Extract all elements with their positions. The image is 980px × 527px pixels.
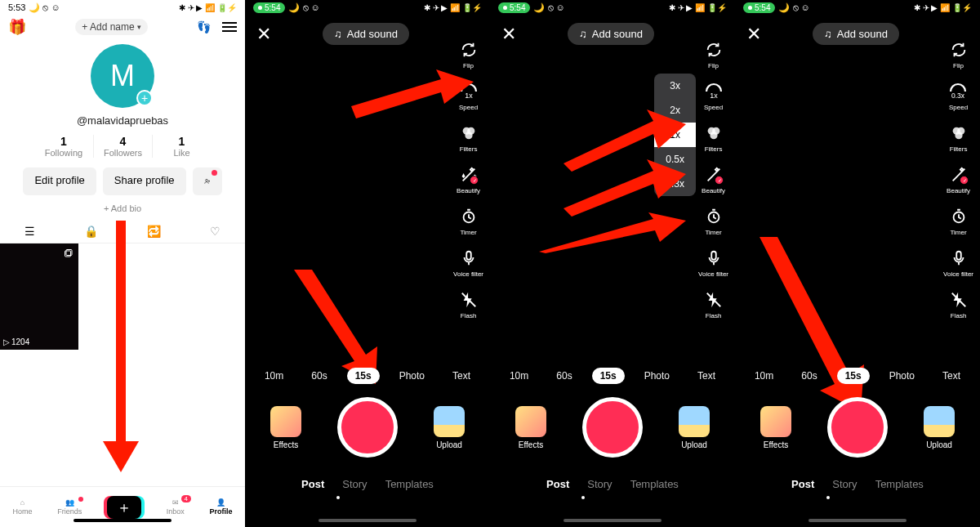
tab-locked-icon[interactable]: 🔒	[84, 225, 98, 238]
dur-text[interactable]: Text	[689, 368, 724, 384]
dur-10m[interactable]: 10m	[746, 368, 782, 384]
tab-inbox[interactable]: ✉ 4 Inbox	[167, 498, 185, 516]
dur-15s[interactable]: 15s	[592, 368, 625, 384]
avatar-add-icon[interactable]: +	[136, 90, 153, 106]
tab-feed-icon[interactable]: ☰	[24, 225, 35, 238]
duration-selector[interactable]: 10m 60s 15s Photo Text	[490, 368, 735, 384]
dur-text[interactable]: Text	[444, 368, 479, 384]
edit-profile-button[interactable]: Edit profile	[23, 167, 96, 195]
tool-flip[interactable]: Flip	[703, 39, 724, 69]
add-sound-button[interactable]: ♫ Add sound	[323, 23, 409, 45]
speed-03x[interactable]: 0.3x	[654, 172, 696, 196]
mode-templates[interactable]: Templates	[385, 478, 434, 490]
speed-3x[interactable]: 3x	[654, 74, 696, 98]
effects-button[interactable]: Effects	[270, 406, 301, 449]
mode-post[interactable]: Post	[791, 478, 814, 490]
add-sound-button[interactable]: ♫Add sound	[813, 23, 899, 45]
tool-flash[interactable]: Flash	[703, 289, 724, 319]
mode-story[interactable]: Story	[342, 478, 367, 490]
record-button[interactable]	[582, 397, 643, 458]
video-views: ▷ 1204	[3, 337, 29, 346]
create-button[interactable]: ＋	[107, 496, 141, 519]
add-sound-button[interactable]: ♫Add sound	[568, 23, 654, 45]
upload-button[interactable]: Upload	[924, 406, 955, 449]
mode-post[interactable]: Post	[301, 478, 324, 490]
tool-filters[interactable]: Filters	[458, 123, 479, 153]
record-button[interactable]	[337, 397, 398, 458]
svg-rect-19	[711, 252, 716, 260]
add-bio-button[interactable]: + Add bio	[0, 203, 245, 213]
dur-photo[interactable]: Photo	[881, 368, 923, 384]
tool-flash[interactable]: Flash	[458, 289, 479, 319]
tool-timer[interactable]: Timer	[458, 206, 479, 236]
tool-timer[interactable]: Timer	[948, 206, 969, 236]
mode-templates[interactable]: Templates	[630, 478, 679, 490]
dur-photo[interactable]: Photo	[636, 368, 678, 384]
tab-liked-icon[interactable]: ♡	[210, 225, 220, 238]
avatar[interactable]: M +	[91, 44, 154, 108]
dur-10m[interactable]: 10m	[501, 368, 537, 384]
tool-timer[interactable]: Timer	[703, 206, 724, 236]
mode-post[interactable]: Post	[546, 478, 569, 490]
username[interactable]: @malavidapruebas	[77, 114, 168, 127]
upload-button[interactable]: Upload	[679, 406, 710, 449]
mode-story[interactable]: Story	[587, 478, 612, 490]
dur-60s[interactable]: 60s	[793, 368, 825, 384]
close-button[interactable]: ✕	[256, 24, 271, 45]
menu-icon[interactable]	[222, 22, 237, 32]
footsteps-icon[interactable]: 👣	[197, 20, 211, 33]
tab-repost-icon[interactable]: 🔁	[147, 225, 161, 238]
video-thumbnail[interactable]: ▷ 1204	[0, 243, 78, 350]
duration-selector[interactable]: 10m 60s 15s Photo Text	[245, 368, 490, 384]
add-name-button[interactable]: + Add name ▾	[75, 19, 147, 35]
speed-05x[interactable]: 0.5x	[654, 147, 696, 172]
dur-15s[interactable]: 15s	[347, 368, 380, 384]
mode-story[interactable]: Story	[832, 478, 857, 490]
stat-likes[interactable]: 1 Like	[152, 135, 211, 158]
dur-15s[interactable]: 15s	[837, 368, 870, 384]
tab-home[interactable]: ⌂ Home	[12, 498, 32, 516]
tool-flip[interactable]: Flip	[458, 39, 479, 69]
mode-selector[interactable]: Post Story Templates	[490, 478, 735, 490]
tool-beautify[interactable]: Beautify	[702, 164, 725, 194]
mode-templates[interactable]: Templates	[875, 478, 924, 490]
mode-selector[interactable]: Post Story Templates	[735, 478, 980, 490]
duration-selector[interactable]: 10m 60s 15s Photo Text	[735, 368, 980, 384]
add-friends-button[interactable]	[193, 167, 222, 195]
dur-10m[interactable]: 10m	[256, 368, 292, 384]
svg-marker-13	[294, 270, 377, 384]
tool-filters[interactable]: Filters	[948, 123, 969, 153]
mode-selector[interactable]: Post Story Templates	[245, 478, 490, 490]
upload-icon	[434, 406, 465, 437]
speed-2x[interactable]: 2x	[654, 98, 696, 123]
tab-profile[interactable]: 👤 Profile	[210, 498, 233, 516]
speed-1x[interactable]: 1x	[654, 123, 696, 147]
tool-speed[interactable]: 1xSpeed	[458, 81, 479, 111]
share-profile-button[interactable]: Share profile	[103, 167, 186, 195]
close-button[interactable]: ✕	[746, 24, 761, 45]
close-button[interactable]: ✕	[501, 24, 516, 45]
tool-voice-filter[interactable]: Voice filter	[453, 248, 483, 278]
record-button[interactable]	[827, 397, 888, 458]
tab-friends[interactable]: 👥 Friends	[57, 498, 82, 516]
stat-following[interactable]: 1 Following	[34, 135, 93, 158]
stat-followers[interactable]: 4 Followers	[93, 135, 152, 158]
dur-60s[interactable]: 60s	[548, 368, 580, 384]
tool-voice-filter[interactable]: Voice filter	[943, 248, 973, 278]
tool-flip[interactable]: Flip	[948, 39, 969, 69]
tool-beautify[interactable]: Beautify	[457, 164, 480, 194]
upload-button[interactable]: Upload	[434, 406, 465, 449]
tool-filters[interactable]: Filters	[703, 123, 724, 153]
tool-voice-filter[interactable]: Voice filter	[698, 248, 728, 278]
effects-button[interactable]: Effects	[515, 406, 546, 449]
dur-photo[interactable]: Photo	[391, 368, 433, 384]
dur-text[interactable]: Text	[934, 368, 969, 384]
tool-flash[interactable]: Flash	[948, 289, 969, 319]
camera-tools: Flip 1xSpeed Filters Beautify Timer Voic…	[453, 39, 483, 319]
gift-icon[interactable]: 🎁	[8, 18, 26, 36]
dur-60s[interactable]: 60s	[303, 368, 335, 384]
tool-speed[interactable]: 0.3xSpeed	[948, 81, 969, 111]
effects-button[interactable]: Effects	[760, 406, 791, 449]
tool-speed[interactable]: 1xSpeed	[703, 81, 724, 111]
tool-beautify[interactable]: Beautify	[947, 164, 970, 194]
